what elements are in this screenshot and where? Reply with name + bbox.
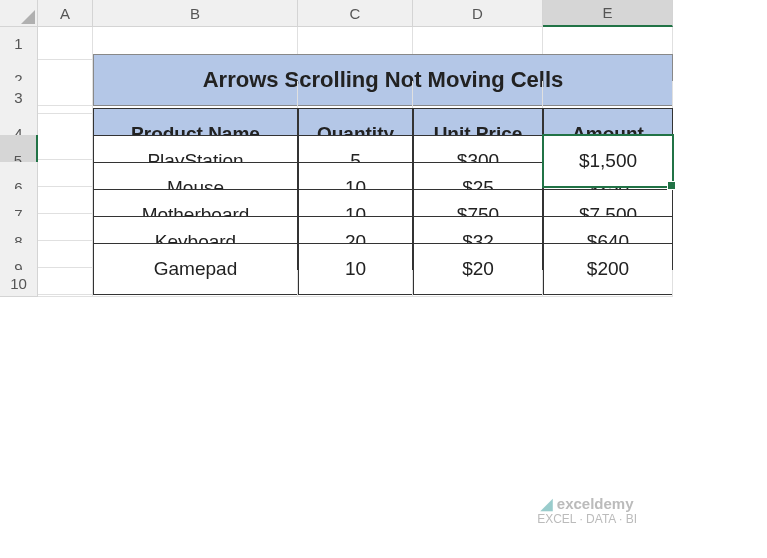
cell[interactable] xyxy=(38,270,93,297)
column-header-b[interactable]: B xyxy=(93,0,298,27)
watermark-brand: ◢ exceldemy xyxy=(537,496,637,513)
cell[interactable] xyxy=(413,270,543,297)
column-header-a[interactable]: A xyxy=(38,0,93,27)
cell[interactable] xyxy=(93,270,298,297)
cell[interactable] xyxy=(298,270,413,297)
watermark-tagline: EXCEL · DATA · BI xyxy=(537,513,637,526)
select-all-corner[interactable] xyxy=(0,0,38,27)
row-header-10[interactable]: 10 xyxy=(0,270,38,297)
column-header-d[interactable]: D xyxy=(413,0,543,27)
watermark: ◢ exceldemy EXCEL · DATA · BI xyxy=(537,496,637,526)
cell[interactable] xyxy=(543,270,673,297)
column-header-c[interactable]: C xyxy=(298,0,413,27)
active-cell[interactable]: $1,500 xyxy=(543,135,673,187)
spreadsheet-grid: A B C D E 1 2 Arrows Scrolling Not Movin… xyxy=(0,0,767,297)
column-header-e[interactable]: E xyxy=(543,0,673,27)
